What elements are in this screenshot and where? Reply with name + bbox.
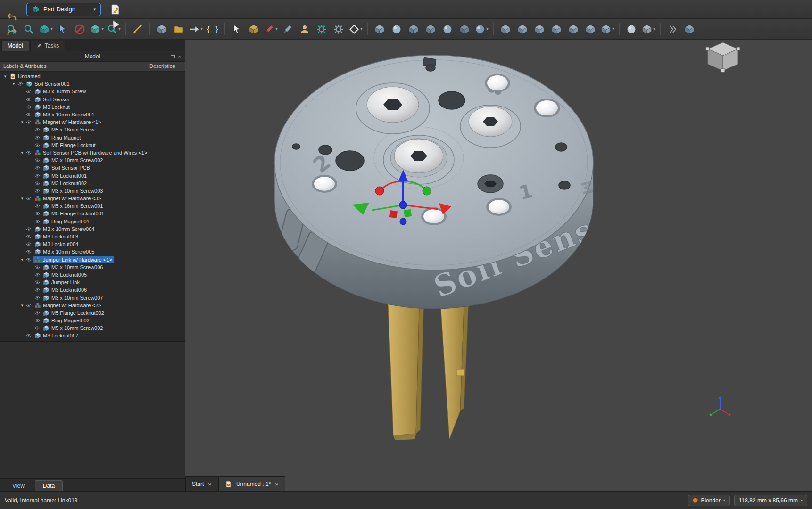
- create-sketch-button[interactable]: ▾: [263, 22, 279, 37]
- visibility-eye-icon[interactable]: [34, 310, 41, 316]
- tree-item-magnet-w-hardware-3[interactable]: ▾Magnet w/ Hardware <3>: [0, 195, 185, 202]
- tree-item-m5-x-16mm-screw001[interactable]: M5 x 16mm Screw001: [0, 202, 185, 210]
- visibility-eye-icon[interactable]: [34, 295, 41, 301]
- tree-item-ring-magnet001[interactable]: Ring Magnet001: [0, 218, 185, 225]
- validate-sketch-button[interactable]: [331, 22, 347, 37]
- visibility-eye-icon[interactable]: [34, 188, 41, 194]
- visibility-eye-icon[interactable]: [25, 257, 33, 263]
- tab-view[interactable]: View: [5, 481, 32, 491]
- visibility-eye-icon[interactable]: [34, 157, 41, 163]
- dock-minimize-icon[interactable]: [164, 55, 167, 58]
- visibility-eye-icon[interactable]: [34, 142, 41, 148]
- tree-item-m3-locknut[interactable]: M3 Locknut: [0, 103, 185, 111]
- visibility-eye-icon[interactable]: [25, 150, 33, 156]
- tree-item-m5-flange-locknut001[interactable]: M5 Flange Locknut001: [0, 210, 185, 217]
- tree-item-m3-x-10mm-screw001[interactable]: M3 x 10mm Screw001: [0, 111, 185, 118]
- tree-item-unnamed[interactable]: ▾Unnamed: [0, 73, 185, 80]
- zoom-fit-all-button[interactable]: [4, 22, 20, 37]
- visibility-eye-icon[interactable]: [34, 127, 41, 132]
- tab-model[interactable]: Model: [1, 41, 29, 51]
- visibility-eye-icon[interactable]: [25, 97, 33, 102]
- zoom-selection-button[interactable]: [21, 22, 37, 37]
- gizmo-center-ball[interactable]: [399, 201, 407, 209]
- view-isometric-button[interactable]: ▾: [38, 22, 54, 37]
- visibility-eye-icon[interactable]: [25, 226, 33, 232]
- measure-button[interactable]: [130, 22, 146, 37]
- tree-item-m5-flange-locknut002[interactable]: M5 Flange Locknut002: [0, 309, 185, 317]
- linear-pattern-button[interactable]: [582, 22, 598, 37]
- dropdown-arrow-icon[interactable]: ▾: [486, 27, 488, 31]
- close-tab-icon[interactable]: ×: [208, 481, 212, 488]
- whats-this-button[interactable]: [229, 22, 245, 37]
- make-link-button[interactable]: ▾: [188, 22, 204, 37]
- tree-item-m3-locknut005[interactable]: M3 Locknut005: [0, 271, 185, 279]
- revolution-button[interactable]: [389, 22, 405, 37]
- create-datum-button[interactable]: ▾: [348, 22, 364, 37]
- column-labels-attributes[interactable]: Labels & Attributes: [0, 62, 146, 71]
- view-align-button[interactable]: [55, 22, 71, 37]
- visibility-eye-icon[interactable]: [25, 119, 33, 125]
- mirrored-button[interactable]: [565, 22, 581, 37]
- document-tab-start[interactable]: Start×: [185, 476, 218, 491]
- tree-item-m3-x-10mm-screw002[interactable]: M3 x 10mm Screw002: [0, 156, 185, 164]
- make-group-button[interactable]: [171, 22, 187, 37]
- visibility-eye-icon[interactable]: [34, 279, 41, 285]
- dropdown-arrow-icon[interactable]: ▾: [612, 27, 614, 31]
- chamfer-button[interactable]: [514, 22, 530, 37]
- clipping-plane-button[interactable]: [72, 22, 88, 37]
- workbench-selector[interactable]: Part Design ▾: [26, 3, 101, 16]
- tab-data[interactable]: Data: [35, 480, 63, 491]
- viewport-dimensions[interactable]: 118,82 mm x 85,66 mm ▾: [734, 495, 807, 506]
- dock-close-icon[interactable]: ×: [178, 54, 181, 59]
- pad-button[interactable]: [372, 22, 388, 37]
- macro-record-button[interactable]: [108, 0, 124, 2]
- part-container-button[interactable]: [154, 22, 170, 37]
- dropdown-arrow-icon[interactable]: ▾: [118, 27, 120, 31]
- visibility-eye-icon[interactable]: [25, 89, 33, 94]
- tree-item-m3-x-10mm-screw006[interactable]: M3 x 10mm Screw006: [0, 263, 185, 271]
- visibility-eye-icon[interactable]: [25, 234, 33, 239]
- tree-item-soil-sensor001[interactable]: ▾Soil Sensor001: [0, 80, 185, 88]
- visibility-eye-icon[interactable]: [34, 287, 41, 293]
- 3d-viewport[interactable]: Soil Sensor 2 3 1 M: [185, 40, 812, 491]
- fillet-button[interactable]: [497, 22, 514, 37]
- tree-item-magnet-w-hardware-1[interactable]: ▾Magnet w/ Hardware <1>: [0, 118, 185, 126]
- model-tree[interactable]: ▾Unnamed▾Soil Sensor001M3 x 10mm ScrewSo…: [0, 72, 185, 341]
- visibility-eye-icon[interactable]: [25, 104, 33, 110]
- visibility-eye-icon[interactable]: [25, 333, 33, 338]
- tree-item-m3-x-10mm-screw007[interactable]: M3 x 10mm Screw007: [0, 294, 185, 301]
- attachment-button[interactable]: [314, 22, 330, 37]
- visibility-eye-icon[interactable]: [25, 112, 33, 117]
- expander-icon[interactable]: ▾: [19, 150, 25, 155]
- tree-item-m3-x-10mm-screw005[interactable]: M3 x 10mm Screw005: [0, 248, 185, 255]
- expander-icon[interactable]: ▾: [19, 303, 25, 308]
- expander-icon[interactable]: ▾: [2, 74, 8, 79]
- visibility-eye-icon[interactable]: [17, 81, 24, 87]
- gizmo-green-ball[interactable]: [423, 187, 431, 195]
- navigation-style-selector[interactable]: Blender ▾: [688, 495, 729, 506]
- tree-item-jumper-link-w-hardware-1[interactable]: ▾Jumper Link w/ Hardware <1>: [0, 256, 185, 263]
- expander-icon[interactable]: ▾: [19, 120, 25, 124]
- dropdown-arrow-icon[interactable]: ▾: [275, 27, 277, 31]
- toolbar-overflow-button[interactable]: [664, 22, 680, 37]
- additive-loft-button[interactable]: [406, 22, 422, 37]
- gizmo-red-plane[interactable]: [389, 210, 398, 218]
- visibility-eye-icon[interactable]: [34, 264, 41, 270]
- tree-item-ring-magnet002[interactable]: Ring Magnet002: [0, 317, 185, 324]
- boolean-operation-button[interactable]: [623, 22, 639, 37]
- dropdown-arrow-icon[interactable]: ▾: [50, 27, 52, 31]
- tree-item-m3-x-10mm-screw003[interactable]: M3 x 10mm Screw003: [0, 187, 185, 195]
- dock-float-icon[interactable]: [171, 55, 175, 58]
- column-description[interactable]: Description: [146, 62, 185, 71]
- expander-icon[interactable]: ▾: [19, 257, 25, 262]
- tree-item-soil-sensor-pcb[interactable]: Soil Sensor PCB: [0, 164, 185, 172]
- pocket-button[interactable]: [456, 22, 472, 37]
- visibility-eye-icon[interactable]: [34, 272, 41, 278]
- tree-item-m3-locknut002[interactable]: M3 Locknut002: [0, 180, 185, 187]
- tree-item-m5-x-16mm-screw[interactable]: M5 x 16mm Screw: [0, 126, 185, 133]
- tree-item-m3-locknut007[interactable]: M3 Locknut007: [0, 332, 185, 339]
- tree-item-m3-locknut006[interactable]: M3 Locknut006: [0, 286, 185, 294]
- visibility-eye-icon[interactable]: [34, 219, 41, 224]
- tree-item-m3-x-10mm-screw004[interactable]: M3 x 10mm Screw004: [0, 225, 185, 233]
- visibility-eye-icon[interactable]: [34, 165, 41, 171]
